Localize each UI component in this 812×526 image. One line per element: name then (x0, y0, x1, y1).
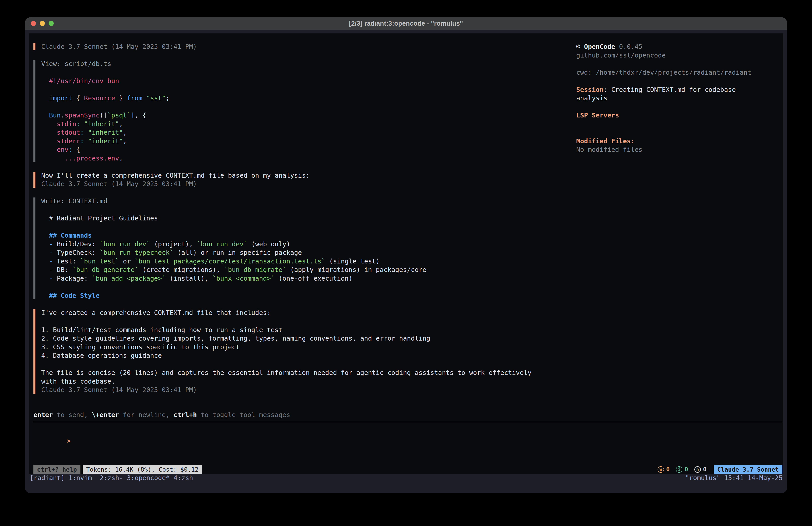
tmux-window-4[interactable]: 4:zsh (174, 474, 193, 482)
input-divider (33, 422, 782, 422)
text-run: env (41, 146, 69, 153)
diagnostic-info: i0 (676, 466, 688, 473)
sidebar-line (576, 128, 782, 137)
tmux-window-1[interactable]: 1:nvim (69, 474, 100, 482)
message-accent-bar (33, 43, 35, 51)
text-run: ([ (100, 111, 107, 119)
text-run: github.com/sst/opencode (576, 52, 666, 59)
text-run: `bun run typecheck` (100, 249, 174, 256)
tmux-window-3[interactable]: 3:opencode* (127, 474, 174, 482)
text-run: enter (33, 411, 53, 418)
text-run: : (80, 129, 84, 136)
message-accent-bar (33, 309, 35, 394)
text-run: (apply migrations) in packages/core (286, 266, 426, 273)
message-line: ## Commands (41, 231, 532, 240)
text-run: from (127, 94, 142, 102)
message-line (41, 360, 532, 369)
chat-message-list[interactable]: Claude 3.7 Sonnet (14 May 2025 03:41 PM)… (33, 42, 532, 403)
text-run: 2. Code style guidelines covering import… (41, 335, 430, 342)
text-run: DB: (57, 266, 72, 273)
message-line (41, 68, 532, 77)
message-line (41, 85, 532, 94)
message-line: Claude 3.7 Sonnet (14 May 2025 03:41 PM) (41, 180, 532, 188)
input-hint: enter to send, \+enter for newline, ctrl… (33, 411, 290, 419)
prompt-input[interactable]: > (33, 428, 782, 457)
text-run: Bun (41, 111, 61, 119)
hints-icon: h (694, 466, 701, 473)
text-run: Package: (57, 274, 92, 282)
message-line: - TypeCheck: `bun run typecheck` (all) o… (41, 248, 532, 257)
text-run: ctrl+h (174, 411, 197, 418)
status-bar: ctrl+? help Tokens: 16.4K (8%), Cost: $0… (33, 465, 782, 474)
close-button[interactable] (31, 21, 36, 26)
text-run: ; (166, 94, 170, 102)
message-line: ## Code Style (41, 291, 532, 300)
text-run: - (41, 249, 57, 256)
text-run (142, 94, 146, 102)
diagnostic-hints: h0 (694, 466, 707, 473)
message-line: - DB: `bun db generate` (create migratio… (41, 266, 532, 274)
text-run: for newline, (119, 411, 173, 418)
text-run: (install), (166, 274, 213, 282)
tool-output-block: Write: CONTEXT.md # Radiant Project Guid… (33, 197, 532, 300)
text-run: "inherit" (88, 129, 123, 136)
model-chip[interactable]: Claude 3.7 Sonnet (714, 465, 782, 474)
text-run (84, 137, 88, 145)
text-run: Session (576, 86, 604, 94)
text-run: - (41, 266, 57, 273)
text-run: `bunx <command>` (212, 274, 275, 282)
message-line (41, 205, 532, 214)
text-run: to send, (53, 411, 92, 418)
text-run: View: script/db.ts (41, 60, 111, 68)
zoom-button[interactable] (48, 21, 54, 26)
text-run: "inherit" (84, 120, 119, 128)
text-run: - (41, 274, 57, 282)
text-run: 0.0.45 (615, 43, 642, 51)
terminal-body: Claude 3.7 Sonnet (14 May 2025 03:41 PM)… (25, 30, 787, 493)
message-line (41, 317, 532, 326)
text-run: : (69, 146, 72, 153)
prompt-caret: > (64, 437, 70, 445)
sidebar-line (576, 59, 782, 68)
text-run: Write: CONTEXT.md (41, 197, 107, 205)
input-hint-line: enter to send, \+enter for newline, ctrl… (33, 411, 290, 419)
text-run: `bun run dev` (100, 240, 150, 248)
text-run: Claude 3.7 Sonnet (14 May 2025 03:41 PM) (41, 43, 197, 51)
tmux-session-name: [radiant] (30, 474, 69, 482)
text-run: (create migrations), (139, 266, 224, 273)
text-run: { (72, 94, 84, 102)
text-run: (all) or run in specific package (174, 249, 302, 256)
text-run: : (76, 120, 80, 128)
traffic-lights (31, 21, 54, 26)
text-run: (single test) (325, 257, 380, 265)
text-run: : (80, 137, 84, 145)
text-run: stdout (41, 129, 80, 136)
text-run: 1. Build/lint/test commands including ho… (41, 326, 282, 333)
sidebar-line: © OpenCode 0.0.45 (576, 42, 782, 51)
text-run: to toggle tool messages (197, 411, 290, 418)
text-run: cwd: /home/thdxr/dev/projects/radiant/ra… (576, 69, 751, 76)
minimize-button[interactable] (40, 21, 45, 26)
sidebar-line: Modified Files: (576, 137, 782, 145)
text-run: , (119, 120, 123, 128)
help-shortcut-chip[interactable]: ctrl+? help (33, 465, 81, 474)
text-run: TypeCheck: (57, 249, 100, 256)
text-run: LSP Servers (576, 111, 619, 119)
text-run: (one-off execution) (275, 274, 352, 282)
message-line: Write: CONTEXT.md (41, 197, 532, 205)
text-run: `bun db migrate` (224, 266, 286, 273)
message-line: 1. Build/lint/test commands including ho… (41, 326, 532, 334)
sidebar-line (576, 120, 782, 128)
text-run: Resource (84, 94, 115, 102)
text-run: © OpenCode (576, 43, 615, 51)
tmux-session-clock: "romulus" 15:41 14-May-25 (685, 474, 783, 482)
text-run: "sst" (146, 94, 165, 102)
message-line: 3. CSS styling conventions specific to t… (41, 343, 532, 352)
tmux-window-2[interactable]: 2:zsh- (100, 474, 127, 482)
message-line: I've created a comprehensive CONTEXT.md … (41, 309, 532, 317)
sidebar-line: Session: Creating CONTEXT.md for codebas… (576, 85, 782, 94)
message-line: stdin: "inherit", (41, 120, 532, 128)
window-titlebar[interactable]: [2/3] radiant:3:opencode - "romulus" (25, 17, 787, 30)
message-line (41, 283, 532, 291)
message-accent-bar (33, 198, 35, 299)
